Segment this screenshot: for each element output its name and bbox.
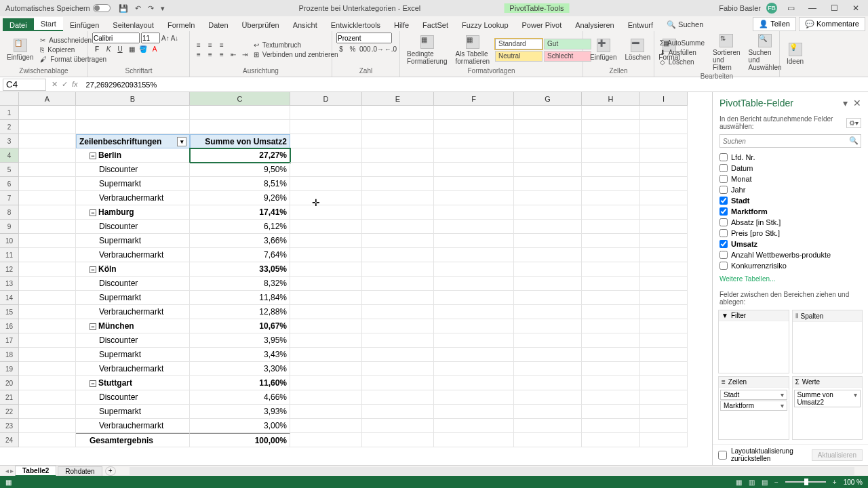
border-button[interactable]: ▦ [127, 45, 136, 53]
cell[interactable]: 3,43% [190, 348, 290, 362]
row-header[interactable]: 3 [0, 134, 19, 148]
row-header[interactable]: 15 [0, 305, 19, 319]
comments-button[interactable]: 💬 Kommentare [799, 17, 865, 31]
cell[interactable] [582, 234, 640, 248]
maximize-icon[interactable]: ☐ [826, 3, 842, 13]
field-checkbox[interactable] [719, 262, 728, 270]
cell[interactable]: Discounter [76, 277, 190, 291]
font-size-input[interactable] [141, 33, 160, 43]
cell[interactable] [514, 163, 582, 177]
cell[interactable] [640, 376, 688, 390]
cell[interactable] [640, 362, 688, 376]
cancel-fx-icon[interactable]: ✕ [52, 80, 58, 89]
cond-format-button[interactable]: ▦Bedingte Formatierung [404, 34, 450, 66]
row-header[interactable]: 18 [0, 348, 19, 362]
clear-button[interactable]: ◇ Löschen [658, 58, 707, 66]
cell[interactable]: −Stuttgart [76, 376, 190, 390]
cell[interactable] [290, 362, 362, 376]
cell[interactable] [290, 291, 362, 305]
cell[interactable]: Discounter [76, 220, 190, 234]
cell[interactable]: −München [76, 319, 190, 333]
cell[interactable]: Verbrauchermarkt [76, 362, 190, 376]
cell[interactable] [640, 177, 688, 191]
horizontal-scrollbar[interactable] [130, 467, 854, 475]
field-item[interactable]: Monat [719, 174, 861, 184]
cell[interactable]: Discounter [76, 163, 190, 177]
cell[interactable] [362, 191, 434, 205]
save-icon[interactable]: 💾 [119, 4, 128, 13]
cell[interactable] [362, 348, 434, 362]
tab-developer[interactable]: Entwicklertools [324, 18, 387, 31]
cell[interactable]: 3,95% [190, 333, 290, 348]
cell[interactable] [362, 205, 434, 220]
cell[interactable] [19, 220, 76, 234]
cell[interactable] [362, 234, 434, 248]
row-header[interactable]: 23 [0, 419, 19, 433]
cell[interactable]: Supermarkt [76, 177, 190, 191]
cell[interactable] [290, 234, 362, 248]
cell[interactable] [290, 220, 362, 234]
cell[interactable] [290, 390, 362, 405]
cell[interactable] [19, 376, 76, 390]
cell[interactable] [582, 291, 640, 305]
area-values[interactable]: ΣWerte Summe von Umsatz2▾ [792, 376, 863, 440]
cell[interactable] [290, 348, 362, 362]
cell[interactable] [582, 177, 640, 191]
name-box[interactable] [3, 79, 46, 91]
row-header[interactable]: 13 [0, 277, 19, 291]
fill-color-button[interactable]: 🪣 [138, 45, 148, 53]
row-header[interactable]: 21 [0, 390, 19, 405]
cell[interactable]: 8,32% [190, 277, 290, 291]
field-checkbox[interactable] [719, 153, 728, 161]
field-checkbox[interactable] [719, 207, 728, 216]
cell[interactable] [290, 277, 362, 291]
cell[interactable]: 9,50% [190, 163, 290, 177]
cell[interactable] [582, 319, 640, 333]
cell[interactable] [582, 390, 640, 405]
user-avatar[interactable]: FB [766, 3, 777, 14]
cell[interactable] [434, 205, 514, 220]
area-pill[interactable]: Stadt▾ [720, 390, 787, 400]
tab-help[interactable]: Hilfe [387, 18, 416, 31]
cell[interactable] [190, 106, 290, 120]
cell[interactable] [19, 248, 76, 262]
cell[interactable] [290, 134, 362, 148]
cell[interactable] [19, 277, 76, 291]
view-pagebreak-icon[interactable]: ▤ [762, 479, 768, 486]
cell[interactable] [290, 177, 362, 191]
fieldpane-close-icon[interactable]: ✕ [853, 98, 861, 108]
cell[interactable]: 9,26% [190, 191, 290, 205]
tab-view[interactable]: Ansicht [286, 18, 324, 31]
cell[interactable] [514, 177, 582, 191]
align-center-icon[interactable]: ≡ [205, 51, 215, 58]
cell[interactable] [434, 433, 514, 447]
cell[interactable] [640, 405, 688, 419]
row-header[interactable]: 10 [0, 234, 19, 248]
cell[interactable] [640, 106, 688, 120]
indent-inc-icon[interactable]: ⇥ [240, 51, 250, 58]
field-checkbox[interactable] [719, 164, 728, 172]
cell[interactable]: 11,84% [190, 291, 290, 305]
zoom-level[interactable]: 100 % [844, 479, 863, 486]
cell[interactable] [582, 134, 640, 148]
cell[interactable] [290, 405, 362, 419]
italic-button[interactable]: K [104, 45, 113, 53]
cell[interactable]: Verbrauchermarkt [76, 191, 190, 205]
cell[interactable] [362, 433, 434, 447]
field-item[interactable]: Anzahl Wettbewerbs-produkte [719, 249, 861, 260]
row-header[interactable]: 19 [0, 362, 19, 376]
cell[interactable] [582, 106, 640, 120]
cell[interactable] [290, 419, 362, 433]
cell[interactable]: 11,60% [190, 376, 290, 390]
col-header-G[interactable]: G [514, 92, 582, 106]
cell[interactable] [434, 277, 514, 291]
cell[interactable] [76, 106, 190, 120]
tab-fuzzy[interactable]: Fuzzy Lookup [455, 18, 515, 31]
cell[interactable] [434, 376, 514, 390]
cell[interactable] [514, 191, 582, 205]
collapse-icon[interactable]: − [90, 209, 96, 216]
cell[interactable]: 4,66% [190, 390, 290, 405]
row-header[interactable]: 6 [0, 177, 19, 191]
minimize-icon[interactable]: — [804, 3, 821, 13]
view-normal-icon[interactable]: ▦ [736, 479, 742, 486]
